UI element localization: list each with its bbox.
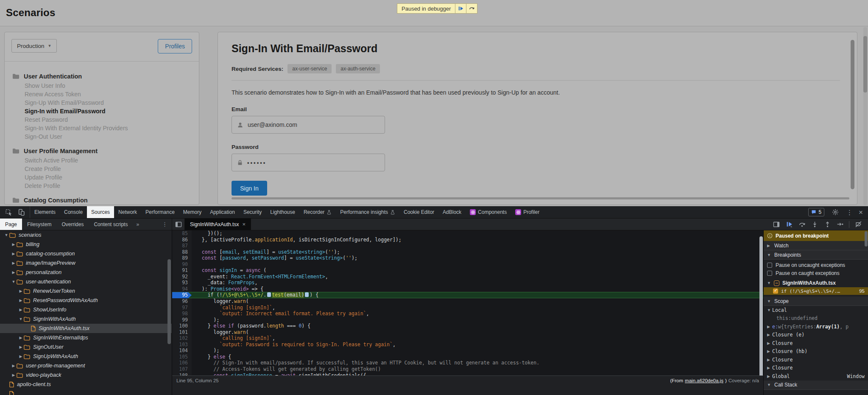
tab-sources[interactable]: Sources: [87, 206, 114, 218]
deactivate-breakpoints-button[interactable]: [853, 219, 864, 230]
navigator-tab-content-scripts[interactable]: Content scripts: [89, 219, 133, 230]
tab-console[interactable]: Console: [60, 206, 87, 218]
toggle-navigator-sidebar-icon[interactable]: [172, 219, 185, 230]
gutter-line-number[interactable]: 105: [172, 354, 192, 360]
inline-step-marker[interactable]: [305, 292, 309, 297]
chevron-right-icon[interactable]: ▶: [767, 366, 772, 370]
tab-application[interactable]: Application: [206, 206, 239, 218]
tree-item-signupwithaxauth[interactable]: ▶SignUpWithAxAuth: [0, 352, 172, 361]
tree-item-user-profile-management[interactable]: ▶user-profile-management: [0, 361, 172, 370]
open-file-tab[interactable]: SignInWithAxAuth.tsx ×: [185, 219, 251, 230]
pause-uncaught-checkbox[interactable]: [767, 263, 772, 268]
tab-cookie-editor[interactable]: Cookie Editor: [399, 206, 438, 218]
scope-row[interactable]: ▶Closure (e): [764, 331, 868, 339]
gutter-line-number[interactable]: 89: [172, 255, 192, 261]
tree-item-signoutuser[interactable]: ▶SignOutUser: [0, 342, 172, 352]
panel-vertical-scrollbar[interactable]: [851, 40, 854, 189]
gutter-line-number[interactable]: 85: [172, 230, 192, 237]
chevron-right-icon[interactable]: ▶: [767, 374, 772, 378]
chevron-right-icon[interactable]: ▶: [767, 341, 772, 345]
chevron-right-icon[interactable]: ▶: [11, 364, 17, 368]
tab-network[interactable]: Network: [114, 206, 141, 218]
gutter-line-number[interactable]: 87: [172, 243, 192, 249]
toggle-device-toolbar-icon[interactable]: [16, 207, 26, 217]
gutter-line-number[interactable]: 108: [172, 373, 192, 375]
scope-row[interactable]: ▼Local: [764, 306, 868, 314]
sidebar-item-sign-up-with-email-password[interactable]: Sign-Up With Email/Password: [25, 98, 191, 107]
sidebar-item-sign-out-user[interactable]: Sign-Out User: [25, 132, 191, 141]
chevron-right-icon[interactable]: ▶: [11, 373, 17, 377]
scope-row[interactable]: ▶GlobalWindow: [764, 372, 868, 381]
resume-script-icon[interactable]: [455, 4, 466, 13]
navigator-kebab-icon[interactable]: ⋮: [158, 219, 172, 230]
chevron-right-icon[interactable]: ▶: [767, 349, 772, 353]
tree-item-signinwithaxauth-tsx[interactable]: SignInWithAxAuth.tsx: [0, 324, 172, 333]
resume-script-execution-button[interactable]: [784, 219, 795, 230]
settings-gear-icon[interactable]: [830, 207, 840, 217]
tree-item-apollo-client-ts[interactable]: apollo-client.ts: [0, 380, 172, 389]
gutter-line-number[interactable]: 90: [172, 261, 192, 268]
gutter-line-number[interactable]: 100: [172, 323, 192, 329]
breakpoint-entry[interactable]: if (!/\S+@\S+\.\S+/.… 95: [764, 287, 868, 295]
tab-performance-insights[interactable]: Performance insights: [336, 206, 399, 218]
gutter-line-number[interactable]: 99: [172, 317, 192, 323]
chevron-right-icon[interactable]: ▶: [18, 345, 24, 349]
chevron-right-icon[interactable]: ▶: [18, 354, 24, 359]
tree-item-image-imagepreview[interactable]: ▶image/ImagePreview: [0, 258, 172, 268]
pause-caught-checkbox[interactable]: [767, 271, 772, 276]
chevron-right-icon[interactable]: ▶: [767, 358, 772, 362]
chevron-right-icon[interactable]: ▶: [11, 270, 17, 275]
tree-item-signinwithaxauth[interactable]: ▼SignInWithAxAuth: [0, 314, 172, 324]
tab-adblock[interactable]: AdBlock: [438, 206, 466, 218]
watch-section-header[interactable]: ▶ Watch: [764, 241, 868, 250]
tab-performance[interactable]: Performance: [141, 206, 179, 218]
chevron-down-icon[interactable]: ▼: [11, 280, 17, 284]
sidebar-item-sign-in-with-email-password[interactable]: Sign-In with Email/Password: [25, 107, 191, 115]
navigator-tab-filesystem[interactable]: Filesystem: [22, 219, 56, 230]
profiles-button[interactable]: Profiles: [158, 39, 192, 53]
sidebar-item-delete-profile[interactable]: Delete Profile: [25, 182, 191, 190]
gutter-line-number[interactable]: 101: [172, 329, 192, 336]
tab-elements[interactable]: Elements: [30, 206, 60, 218]
tab-security[interactable]: Security: [239, 206, 266, 218]
gutter-line-number[interactable]: 104: [172, 347, 192, 354]
pause-caught-row[interactable]: Pause on caught exceptions: [764, 269, 868, 277]
sidebar-item-show-user-info[interactable]: Show User Info: [25, 81, 191, 90]
gutter-line-number[interactable]: 97: [172, 305, 192, 311]
sign-in-button[interactable]: Sign In: [232, 181, 267, 196]
tab-profiler[interactable]: Profiler: [511, 206, 544, 218]
sidebar-item-switch-active-profile[interactable]: Switch Active Profile: [25, 156, 191, 165]
pause-uncaught-row[interactable]: Pause on uncaught exceptions: [764, 261, 868, 269]
chevron-right-icon[interactable]: ▶: [767, 325, 772, 329]
gutter-line-number[interactable]: 96: [172, 298, 192, 305]
code-editor[interactable]: 85 })();86 }, [activeProfile.application…: [172, 230, 763, 375]
scope-row[interactable]: ▶Closure: [764, 356, 868, 364]
chevron-down-icon[interactable]: ▼: [767, 308, 772, 312]
call-stack-section-header[interactable]: ▼ Call Stack: [764, 381, 868, 390]
sidebar-item-create-profile[interactable]: Create Profile: [25, 165, 191, 173]
email-field[interactable]: user@axinom.com: [232, 116, 385, 134]
chevron-right-icon[interactable]: ▶: [18, 298, 24, 303]
tab-components[interactable]: Components: [466, 206, 511, 218]
page-scrollbar-thumb[interactable]: [863, 36, 867, 92]
gutter-line-number[interactable]: 103: [172, 342, 192, 348]
chevron-right-icon[interactable]: ▶: [18, 336, 24, 340]
sourcemap-file-link[interactable]: main.a620de0a.js: [685, 378, 723, 383]
gutter-line-number[interactable]: 95: [172, 292, 192, 298]
navigator-tab-page[interactable]: Page: [0, 219, 22, 230]
password-field[interactable]: ••••••: [232, 154, 385, 171]
sidebar-item-reset-password[interactable]: Reset Password: [25, 115, 191, 124]
inspect-element-icon[interactable]: [3, 207, 14, 217]
tree-item-personalization[interactable]: ▶personalization: [0, 268, 172, 277]
scope-row[interactable]: ▶Closure: [764, 364, 868, 373]
tree-item-catalog-consumption[interactable]: ▶catalog-consumption: [0, 249, 172, 258]
tab-recorder[interactable]: Recorder: [299, 206, 336, 218]
tree-item-resetpasswordwithaxauth[interactable]: ▶ResetPasswordWithAxAuth: [0, 296, 172, 305]
editor-scrollbar-thumb[interactable]: [759, 236, 763, 375]
gutter-line-number[interactable]: 86: [172, 237, 192, 243]
gutter-line-number[interactable]: 102: [172, 335, 192, 342]
breakpoint-enabled-checkbox[interactable]: [773, 289, 778, 294]
page-scrollbar[interactable]: [863, 27, 867, 205]
scope-row[interactable]: ▶e: w {tryEntries: Array(1), p: [764, 322, 868, 331]
navigator-tab-overrides[interactable]: Overrides: [56, 219, 89, 230]
